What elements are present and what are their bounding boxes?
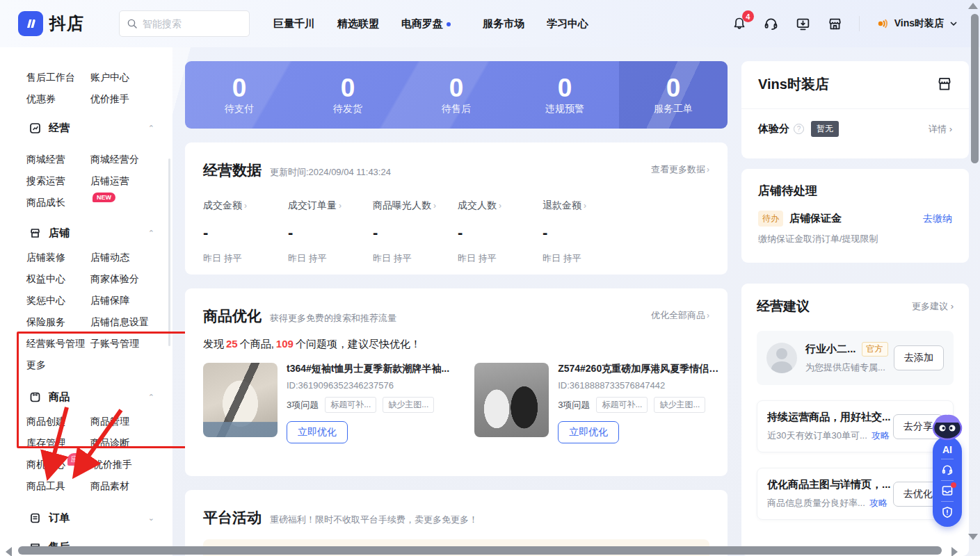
nav-xuexi[interactable]: 学习中心 (536, 17, 600, 31)
scroll-left-arrow[interactable] (6, 547, 12, 556)
product-title[interactable]: t364#短袖t恤男士夏季新款潮牌半袖... (287, 363, 449, 375)
optimize-now-button[interactable]: 立即优化 (558, 421, 619, 443)
chevron-down-icon[interactable]: ⌄ (148, 514, 154, 523)
chevron-up-icon[interactable]: ⌃ (148, 229, 154, 238)
sidebar-item-shop-info[interactable]: 店铺信息设置 (90, 316, 149, 329)
download-icon[interactable] (795, 15, 812, 32)
sidebar-item-subaccount[interactable]: 子账号管理 (90, 338, 139, 350)
sidebar-section-shangpin[interactable]: 商品 ⌃ (0, 386, 172, 408)
shield-icon[interactable] (940, 505, 954, 519)
sidebar-item-opportunity-center[interactable]: 商机中心 (26, 459, 67, 471)
add-expert-button[interactable]: 去添加 (894, 345, 944, 370)
storefront-icon[interactable] (827, 15, 844, 32)
sidebar-item-insurance[interactable]: 保险服务 (26, 316, 90, 329)
scroll-up-arrow[interactable] (968, 3, 978, 9)
nav-jingxuan[interactable]: 精选联盟 (326, 17, 390, 31)
floating-tool-panel: AI (933, 436, 962, 527)
more-suggestions-link[interactable]: 更多建议 › (912, 300, 954, 313)
scroll-down-arrow[interactable] (968, 534, 978, 540)
robot-mascot-icon[interactable] (931, 411, 964, 442)
sidebar-item-more[interactable]: 更多 (26, 359, 90, 372)
sidebar-item-shop-decorate[interactable]: 店铺装修 (26, 252, 90, 264)
todo-stats-banner: 0待支付 0待发货 0待售后 0违规预警 0服务工单 (185, 61, 728, 129)
sidebar-item-account-manage[interactable]: 经营账号管理 (26, 338, 90, 350)
sidebar: 售后工作台 账户中心 优惠券 优价推手 经营 ⌃ 商城经营 商城经营分 搜索运营… (0, 47, 172, 556)
issue-tag: 标题可补... (596, 397, 648, 413)
stat-pending-aftersale[interactable]: 0待售后 (402, 61, 511, 129)
sidebar-item-aftersale-workbench[interactable]: 售后工作台 (26, 72, 90, 84)
metric-buyers[interactable]: 成交人数›-昨日 持平 (458, 199, 543, 265)
sidebar-item-product-diagnose[interactable]: 商品诊断 (90, 437, 129, 450)
chevron-up-icon[interactable]: ⌃ (148, 124, 154, 133)
deposit-label: 店铺保证金 (789, 212, 842, 225)
product-opt-title: 商品优化 (203, 306, 262, 326)
nav-luopan[interactable]: 电商罗盘 (390, 17, 462, 31)
score-detail-link[interactable]: 详情 › (929, 123, 952, 136)
sidebar-item-merchant-score[interactable]: 商家体验分 (90, 273, 139, 286)
sidebar-scrollbar[interactable] (168, 158, 170, 346)
horizontal-scrollbar[interactable] (18, 546, 942, 555)
shop-info-card: Vins时装店 体验分 ? 暂无 详情 › (741, 61, 969, 158)
shop-todo-card: 店铺待处理 待办 店铺保证金 去缴纳 缴纳保证金取消订单/提现限制 (741, 169, 969, 263)
product-title[interactable]: Z574#260克重磅加厚港风夏季情侣潮... (558, 363, 723, 375)
sidebar-item-account-center[interactable]: 账户中心 (90, 72, 129, 84)
view-more-data-link[interactable]: 查看更多数据› (651, 163, 709, 176)
sidebar-item-coupon[interactable]: 优惠券 (26, 93, 90, 106)
question-icon[interactable]: ? (794, 124, 804, 134)
sidebar-section-jingying[interactable]: 经营 ⌃ (0, 117, 172, 139)
sidebar-item-youjia[interactable]: 优价推手 (90, 93, 129, 106)
sidebar-item-mall-score[interactable]: 商城经营分 (90, 154, 139, 166)
guide-link[interactable]: 攻略 (871, 430, 890, 441)
notification-badge: 4 (742, 10, 754, 22)
search-input[interactable] (143, 18, 233, 29)
stat-pending-shipment[interactable]: 0待发货 (294, 61, 402, 129)
sidebar-item-product-manage[interactable]: 商品管理 (90, 416, 129, 428)
sidebar-item-reward-punish[interactable]: 奖惩中心 (26, 295, 90, 307)
sidebar-section-dingdan[interactable]: 订单 ⌄ (0, 507, 172, 529)
product-id: ID:3619096352346237576 (287, 380, 449, 391)
sidebar-item-product-tools[interactable]: 商品工具 (26, 480, 90, 493)
customer-service-icon[interactable] (940, 463, 954, 477)
inbox-icon[interactable] (940, 484, 954, 498)
stat-pending-payment[interactable]: 0待支付 (185, 61, 294, 129)
sidebar-item-search-operate[interactable]: 搜索运营 (26, 175, 90, 188)
sidebar-item-product-create[interactable]: 商品创建 (26, 416, 90, 428)
stat-violation-warning[interactable]: 0违规预警 (511, 61, 619, 129)
top-nav: 巨量千川 精选联盟 电商罗盘 服务市场 学习中心 (262, 17, 600, 31)
stat-service-ticket[interactable]: 0服务工单 (619, 61, 728, 129)
sidebar-item-shop-guarantee[interactable]: 店铺保障 (90, 295, 129, 307)
shop-icon[interactable] (935, 75, 954, 96)
chevron-up-icon[interactable]: ⌃ (148, 393, 154, 402)
sidebar-item-stock-manage[interactable]: 库存管理 (26, 437, 90, 450)
sidebar-item-mall-operate[interactable]: 商城经营 (26, 154, 90, 166)
app-title: 抖店 (49, 13, 84, 35)
optimize-all-link[interactable]: 优化全部商品› (651, 309, 709, 322)
metric-refund[interactable]: 退款金额›-昨日 持平 (543, 199, 627, 265)
bell-icon[interactable]: 4 (731, 15, 748, 32)
vertical-scrollbar[interactable] (971, 14, 979, 163)
guide-link[interactable]: 攻略 (869, 498, 887, 508)
search-box[interactable] (119, 10, 250, 37)
app-logo[interactable]: 抖店 (18, 11, 84, 36)
account-menu[interactable]: Vins时装店 (875, 17, 958, 31)
metric-exposure[interactable]: 商品曝光人数›-昨日 持平 (373, 199, 458, 265)
optimize-now-button[interactable]: 立即优化 (287, 421, 348, 443)
sidebar-item-rights-center[interactable]: 权益中心 (26, 273, 90, 286)
sidebar-item-product-material[interactable]: 商品素材 (90, 480, 129, 493)
metric-gmv[interactable]: 成交金额›-昨日 持平 (203, 199, 288, 265)
headset-icon[interactable] (763, 15, 780, 32)
nav-fuwu[interactable]: 服务市场 (472, 17, 536, 31)
metric-orders[interactable]: 成交订单量›-昨日 持平 (288, 199, 373, 265)
ai-assistant-button[interactable]: AI (942, 444, 952, 455)
nav-qianchuan[interactable]: 巨量千川 (262, 17, 326, 31)
chevron-down-icon (949, 19, 958, 28)
sidebar-section-dianpu[interactable]: 店铺 ⌃ (0, 222, 172, 244)
sidebar-item-youjia2[interactable]: 优价推手 (93, 459, 132, 471)
pay-deposit-link[interactable]: 去缴纳 (923, 213, 952, 225)
deposit-desc: 缴纳保证金取消订单/提现限制 (758, 233, 952, 245)
sidebar-item-shop-operate[interactable]: 店铺运营 (90, 175, 129, 188)
sidebar-item-product-growth[interactable]: 商品成长 (26, 197, 90, 209)
sidebar-item-shop-news[interactable]: 店铺动态 (90, 252, 129, 264)
divider (741, 108, 969, 109)
scroll-right-arrow[interactable] (951, 547, 958, 556)
